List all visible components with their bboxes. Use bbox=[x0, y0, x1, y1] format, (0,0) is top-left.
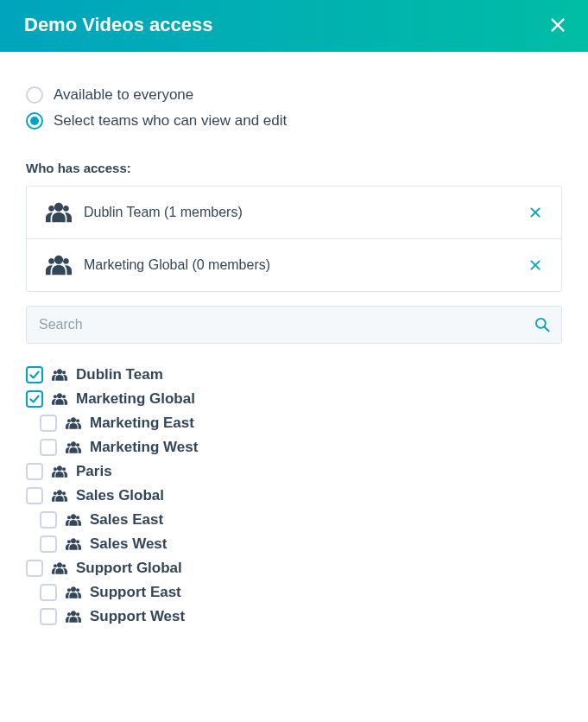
modal-body: Available to everyone Select teams who c… bbox=[0, 52, 588, 649]
checkbox[interactable] bbox=[40, 439, 57, 456]
radio-indicator bbox=[26, 86, 43, 104]
team-tree-item[interactable]: Paris bbox=[26, 459, 562, 484]
team-tree-label: Support East bbox=[90, 584, 181, 601]
access-item: Marketing Global (0 members) bbox=[27, 239, 561, 291]
access-section-label: Who has access: bbox=[26, 161, 562, 175]
team-tree-item[interactable]: Dublin Team bbox=[26, 363, 562, 387]
checkbox[interactable] bbox=[26, 560, 43, 577]
remove-access-icon[interactable] bbox=[528, 206, 542, 219]
checkbox[interactable] bbox=[40, 415, 57, 432]
access-item-label: Dublin Team (1 members) bbox=[84, 205, 516, 220]
team-icon bbox=[52, 369, 67, 381]
access-item-label: Marketing Global (0 members) bbox=[84, 257, 516, 273]
team-tree-item[interactable]: Sales West bbox=[26, 532, 562, 556]
radio-label: Select teams who can view and edit bbox=[54, 112, 287, 130]
search-container bbox=[26, 306, 562, 344]
team-tree-label: Marketing Global bbox=[76, 390, 195, 408]
team-tree-item[interactable]: Sales Global bbox=[26, 484, 562, 508]
radio-indicator bbox=[26, 112, 43, 130]
team-tree-item[interactable]: Sales East bbox=[26, 508, 562, 532]
team-tree-item[interactable]: Support East bbox=[26, 580, 562, 605]
team-icon bbox=[66, 417, 81, 429]
team-tree: Dublin TeamMarketing GlobalMarketing Eas… bbox=[26, 363, 562, 629]
team-tree-label: Sales Global bbox=[76, 487, 164, 504]
team-tree-item[interactable]: Marketing Global bbox=[26, 387, 562, 411]
radio-label: Available to everyone bbox=[54, 86, 193, 104]
radio-select-teams[interactable]: Select teams who can view and edit bbox=[26, 112, 562, 130]
team-icon bbox=[66, 586, 81, 598]
team-tree-item[interactable]: Support West bbox=[26, 605, 562, 629]
team-tree-label: Support Global bbox=[76, 560, 182, 577]
radio-available-everyone[interactable]: Available to everyone bbox=[26, 86, 562, 104]
team-tree-label: Sales East bbox=[90, 511, 163, 529]
close-icon[interactable] bbox=[548, 16, 567, 35]
team-icon bbox=[52, 393, 67, 405]
modal-header: Demo Videos access bbox=[0, 0, 588, 52]
access-item: Dublin Team (1 members) bbox=[27, 187, 561, 239]
checkbox[interactable] bbox=[40, 535, 57, 553]
checkbox[interactable] bbox=[26, 366, 43, 383]
team-tree-label: Dublin Team bbox=[76, 366, 163, 383]
team-tree-item[interactable]: Support Global bbox=[26, 556, 562, 580]
checkbox[interactable] bbox=[40, 584, 57, 601]
team-icon bbox=[52, 562, 67, 574]
team-icon bbox=[66, 514, 81, 526]
modal-title: Demo Videos access bbox=[24, 14, 213, 36]
checkbox[interactable] bbox=[40, 511, 57, 529]
team-tree-label: Marketing West bbox=[90, 439, 198, 456]
team-tree-item[interactable]: Marketing West bbox=[26, 435, 562, 459]
checkbox[interactable] bbox=[26, 463, 43, 480]
checkbox[interactable] bbox=[26, 390, 43, 408]
team-icon bbox=[46, 202, 72, 223]
team-icon bbox=[52, 490, 67, 502]
team-tree-label: Sales West bbox=[90, 535, 167, 553]
team-tree-label: Marketing East bbox=[90, 415, 194, 432]
checkbox[interactable] bbox=[26, 487, 43, 504]
remove-access-icon[interactable] bbox=[528, 258, 542, 272]
team-tree-label: Paris bbox=[76, 463, 112, 480]
access-list: Dublin Team (1 members) Marketing Global… bbox=[26, 186, 562, 292]
search-icon[interactable] bbox=[534, 316, 551, 333]
team-icon bbox=[52, 466, 67, 478]
team-icon bbox=[66, 611, 81, 623]
team-icon bbox=[46, 255, 72, 276]
search-input[interactable] bbox=[37, 316, 534, 333]
team-tree-label: Support West bbox=[90, 608, 185, 625]
checkbox[interactable] bbox=[40, 608, 57, 625]
team-icon bbox=[66, 538, 81, 550]
team-icon bbox=[66, 441, 81, 453]
team-tree-item[interactable]: Marketing East bbox=[26, 411, 562, 435]
